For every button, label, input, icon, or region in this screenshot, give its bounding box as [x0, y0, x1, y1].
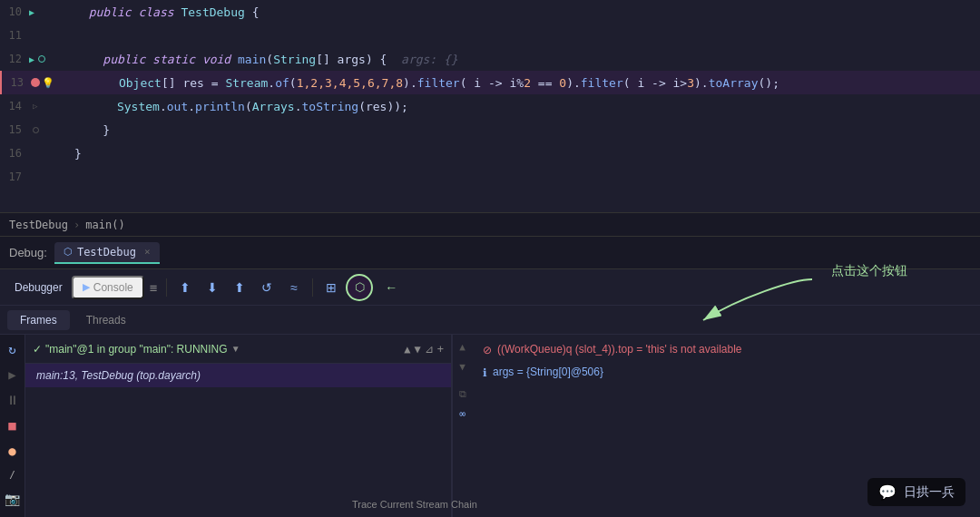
breadcrumb-testdebug[interactable]: TestDebug — [9, 219, 68, 231]
wechat-icon: 💬 — [878, 483, 897, 501]
breakpoint-icon[interactable] — [31, 78, 40, 87]
step-out-icon: ⬆ — [234, 280, 245, 295]
breadcrumb-main[interactable]: main() — [85, 219, 124, 231]
trace-stream-icon: ⬡ — [355, 280, 365, 294]
lightbulb-icon[interactable]: 💡 — [42, 77, 54, 89]
thread-dropdown-icon[interactable]: ▼ — [231, 344, 240, 354]
run-to-cursor-icon: ↺ — [261, 280, 272, 295]
var-info-text: args = {String[0]@506} — [493, 366, 603, 378]
debug-tab-testdebug[interactable]: ⬡ TestDebug × — [54, 242, 160, 264]
debug-tab-close[interactable]: × — [144, 246, 151, 258]
thread-up-icon[interactable]: ▲ — [404, 343, 410, 356]
debug-tab-icon: ⬡ — [64, 246, 73, 258]
step-out-button[interactable]: ⬆ — [227, 275, 252, 300]
table-view-button[interactable]: ⊞ — [318, 275, 344, 300]
debug-label: Debug: — [9, 246, 47, 259]
thread-add-icon[interactable]: + — [437, 343, 444, 356]
stop-icon[interactable]: ■ — [3, 418, 23, 433]
debugger-button[interactable]: Debugger — [7, 275, 70, 300]
var-info-item: ℹ args = {String[0]@506} — [472, 361, 980, 384]
frames-panel: ✓ "main"@1 in group "main": RUNNING ▼ ▲ … — [25, 335, 452, 517]
thread-check-icon: ✓ — [33, 343, 42, 356]
console-icon: ▶ — [83, 281, 90, 293]
code-line-16: 16 } — [0, 141, 980, 165]
stream-arrow-icon: ← — [385, 280, 397, 295]
run-arrow-icon-12[interactable]: ▶ — [29, 54, 34, 64]
arrow-small-icon: ▷ — [33, 102, 37, 111]
console-label: Console — [93, 281, 133, 294]
debug-tab-bar: Debug: ⬡ TestDebug × — [0, 237, 980, 269]
breadcrumb: TestDebug › main() — [0, 213, 980, 237]
toolbar: Debugger ▶ Console ≡ ⬆ ⬇ ⬆ ↺ ≈ ⊞ ⬡ ← — [0, 269, 980, 306]
frame-item[interactable]: main:13, TestDebug (top.dayarch) — [25, 364, 451, 387]
rerun-icon[interactable]: ● — [3, 444, 23, 458]
step-down-icon: ⬇ — [207, 280, 218, 295]
step-down-button[interactable]: ⬇ — [200, 275, 225, 300]
right-controls: ▲ ▼ ⧉ ∞ — [452, 335, 472, 517]
bp-small-icon — [33, 127, 39, 133]
step-up-icon: ⬆ — [180, 280, 191, 295]
table-icon: ⊞ — [326, 280, 337, 295]
code-line-11: 11 — [0, 24, 980, 47]
code-line-12: 12 ▶ public static void main(String[] ar… — [0, 47, 980, 71]
thread-down-icon[interactable]: ▼ — [415, 343, 421, 356]
thread-filter-icon[interactable]: ⊿ — [425, 343, 434, 356]
toolbar-separator-2 — [312, 278, 313, 297]
dots-icon: ≡ — [146, 280, 161, 295]
code-line-15: 15 } — [0, 118, 980, 141]
tab-frames[interactable]: Frames — [7, 310, 70, 330]
var-error-text: ((WorkQueue)q (slot_4)).top = 'this' is … — [497, 343, 741, 356]
code-line-10: 10 ▶ public class TestDebug { — [0, 0, 980, 24]
info-icon: ℹ — [483, 366, 487, 379]
breakpoint-indicator — [38, 55, 45, 63]
stream-arrow-button[interactable]: ← — [378, 275, 404, 300]
code-line-13: 13 💡 Object[] res = Stream.of(1,2,3,4,5,… — [0, 71, 980, 94]
frame-label: main:13, TestDebug (top.dayarch) — [36, 369, 201, 382]
code-line-17: 17 — [0, 165, 980, 189]
thread-name: "main"@1 in group "main": RUNNING — [45, 343, 228, 356]
watermark-text: 日拱一兵 — [904, 484, 955, 501]
editor-area: 10 ▶ public class TestDebug { 11 12 ▶ pu… — [0, 0, 980, 213]
slash-icon: / — [3, 469, 23, 481]
trace-stream-button[interactable]: ⬡ — [346, 274, 373, 301]
camera-icon[interactable]: 📷 — [3, 492, 23, 506]
left-icon-bar: ↻ ▶ ⏸ ■ ● / 📷 ⚙ 📌 — [0, 335, 25, 517]
console-button[interactable]: ▶ Console — [72, 276, 144, 299]
step-over-left-icon[interactable]: ▶ — [3, 367, 23, 382]
debug-tab-label: TestDebug — [77, 246, 136, 258]
code-line-14: 14 ▷ System.out.println(Arrays.toString(… — [0, 94, 980, 118]
thread-header: ✓ "main"@1 in group "main": RUNNING ▼ ▲ … — [25, 335, 451, 364]
var-error-item: ⊘ ((WorkQueue)q (slot_4)).top = 'this' i… — [472, 338, 980, 361]
step-up-button[interactable]: ⬆ — [172, 275, 198, 300]
copy-icon[interactable]: ⧉ — [455, 385, 471, 402]
run-to-cursor-button[interactable]: ↺ — [254, 275, 279, 300]
evaluate-icon: ≈ — [290, 280, 298, 295]
scroll-up-icon[interactable]: ▲ — [455, 338, 471, 355]
sub-tabs: Frames Threads — [0, 306, 980, 335]
toolbar-separator — [166, 278, 167, 297]
resume-icon[interactable]: ↻ — [3, 342, 23, 356]
tab-threads[interactable]: Threads — [74, 310, 139, 330]
debug-main: ↻ ▶ ⏸ ■ ● / 📷 ⚙ 📌 ✓ "main"@1 in group "m… — [0, 335, 980, 517]
run-arrow-icon[interactable]: ▶ — [29, 7, 34, 17]
watermark: 💬 日拱一兵 — [867, 478, 965, 506]
evaluate-button[interactable]: ≈ — [281, 275, 307, 300]
error-icon: ⊘ — [483, 344, 492, 356]
infinity-icon[interactable]: ∞ — [455, 405, 471, 422]
pause-icon[interactable]: ⏸ — [3, 393, 23, 407]
scroll-down-icon[interactable]: ▼ — [455, 358, 471, 375]
